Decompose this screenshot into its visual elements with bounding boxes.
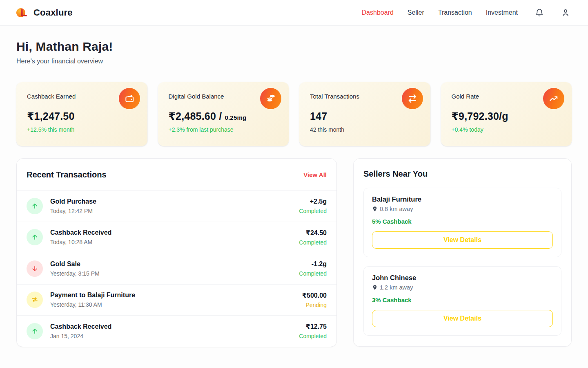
stat-value: ₹1,247.50 <box>27 110 137 122</box>
transaction-name: Cashback Received <box>50 229 111 236</box>
transaction-status: Completed <box>299 208 327 214</box>
nav-item-seller[interactable]: Seller <box>408 9 424 16</box>
transaction-time: Jan 15, 2024 <box>50 333 111 339</box>
bell-icon <box>535 8 544 17</box>
transaction-name: Gold Sale <box>50 260 100 268</box>
wallet-icon <box>119 88 140 109</box>
transaction-status: Pending <box>302 302 327 308</box>
transaction-row[interactable]: Gold Purchase Today, 12:42 PM +2.5g Comp… <box>17 190 336 222</box>
arrow-down-icon <box>27 260 43 277</box>
stat-delta: 42 this month <box>310 126 420 133</box>
trending-up-icon <box>543 88 564 109</box>
transaction-time: Yesterday, 3:15 PM <box>50 270 100 277</box>
sellers-title: Sellers Near You <box>363 169 561 179</box>
stat-delta: +0.4% today <box>452 126 561 133</box>
arrow-up-icon <box>27 323 43 339</box>
view-all-button[interactable]: View All <box>303 171 327 178</box>
nav-item-transaction[interactable]: Transaction <box>438 9 472 16</box>
view-details-button[interactable]: View Details <box>372 231 553 249</box>
profile-button[interactable] <box>561 8 570 17</box>
transfer-icon <box>402 88 423 109</box>
transactions-title: Recent Transactions <box>27 170 107 180</box>
seller-distance: 0.8 km away <box>372 206 553 212</box>
transaction-row[interactable]: Cashback Received Today, 10:28 AM ₹24.50… <box>17 222 336 253</box>
stat-card-digital-gold: Digital Gold Balance ₹2,485.60 / 0.25mg … <box>158 82 289 146</box>
stat-value: ₹2,485.60 / 0.25mg <box>169 110 278 122</box>
seller-card: Balaji Furniture 0.8 km away 5% Cashback… <box>363 188 561 257</box>
stat-card-cashback-earned: Cashback Earned ₹1,247.50 +12.5% this mo… <box>16 82 147 146</box>
notifications-button[interactable] <box>535 8 544 17</box>
transaction-amount: ₹500.00 <box>302 292 327 299</box>
brand-name: Coaxlure <box>33 7 73 18</box>
stat-value: ₹9,792.30/g <box>452 110 561 122</box>
top-nav-bar: L Coaxlure Dashboard Seller Transaction … <box>0 0 588 26</box>
sellers-near-you-panel: Sellers Near You Balaji Furniture 0.8 km… <box>353 158 572 347</box>
seller-name: Balaji Furniture <box>372 195 553 203</box>
page-title: Hi, Mathan Raja! <box>16 40 572 54</box>
seller-distance: 1.2 km away <box>372 284 553 291</box>
stat-value: 147 <box>310 110 420 122</box>
transaction-name: Payment to Balaji Furniture <box>50 292 135 299</box>
map-pin-icon <box>372 206 378 212</box>
stat-cards-row: Cashback Earned ₹1,247.50 +12.5% this mo… <box>16 82 572 146</box>
coaxlure-logo-icon: L <box>16 6 31 20</box>
transaction-time: Today, 10:28 AM <box>50 239 111 245</box>
recent-transactions-panel: Recent Transactions View All Gold Purcha… <box>16 158 337 347</box>
transaction-status: Completed <box>299 270 327 277</box>
nav-item-investment[interactable]: Investment <box>486 9 518 16</box>
transaction-amount: ₹24.50 <box>299 229 327 237</box>
transaction-row[interactable]: Cashback Received Jan 15, 2024 ₹12.75 Co… <box>17 315 336 347</box>
map-pin-icon <box>372 285 378 290</box>
stat-card-gold-rate: Gold Rate ₹9,792.30/g +0.4% today <box>441 82 572 146</box>
seller-card: John Chinese 1.2 km away 3% Cashback Vie… <box>363 266 561 336</box>
transaction-name: Cashback Received <box>50 323 111 330</box>
transaction-amount: -1.2g <box>299 260 327 268</box>
seller-cashback: 3% Cashback <box>372 296 553 303</box>
brand[interactable]: L Coaxlure <box>16 6 73 20</box>
transaction-status: Completed <box>299 239 327 246</box>
seller-name: John Chinese <box>372 274 553 282</box>
transaction-amount: ₹12.75 <box>299 323 327 330</box>
arrow-up-icon <box>27 229 43 245</box>
seller-cashback: 5% Cashback <box>372 218 553 225</box>
user-icon <box>561 8 570 17</box>
main-nav: Dashboard Seller Transaction Investment <box>362 9 518 16</box>
transfer-icon <box>27 292 43 308</box>
nav-item-dashboard[interactable]: Dashboard <box>362 9 394 16</box>
stat-card-total-transactions: Total Transactions 147 42 this month <box>299 82 430 146</box>
transaction-amount: +2.5g <box>299 198 327 205</box>
page-subtitle: Here's your financial overview <box>16 58 572 65</box>
transaction-row[interactable]: Gold Sale Yesterday, 3:15 PM -1.2g Compl… <box>17 253 336 284</box>
transaction-time: Yesterday, 11:30 AM <box>50 301 135 308</box>
stat-delta: +2.3% from last purchase <box>169 126 278 133</box>
arrow-up-icon <box>27 198 43 214</box>
stat-delta: +12.5% this month <box>27 126 137 133</box>
transaction-row[interactable]: Payment to Balaji Furniture Yesterday, 1… <box>17 284 336 316</box>
coins-icon <box>260 88 281 109</box>
view-details-button[interactable]: View Details <box>372 310 553 327</box>
transaction-status: Completed <box>299 333 327 339</box>
transaction-time: Today, 12:42 PM <box>50 208 96 214</box>
transaction-name: Gold Purchase <box>50 198 96 205</box>
